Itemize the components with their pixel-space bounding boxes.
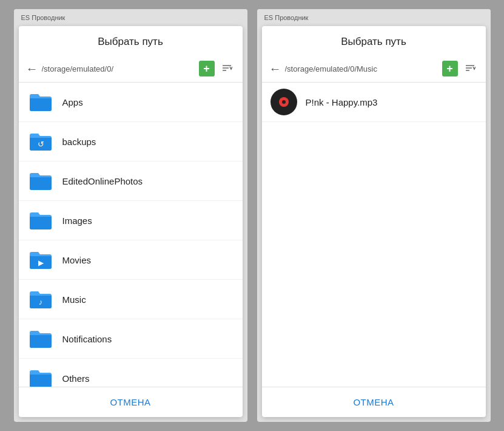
svg-text:♪: ♪	[38, 297, 42, 307]
list-item[interactable]: ▶ Movies	[19, 240, 243, 280]
list-item[interactable]: Others	[19, 359, 243, 387]
right-sort-button[interactable]	[462, 60, 479, 77]
folder-name: Apps	[62, 97, 83, 107]
list-item[interactable]: EditedOnlinePhotos	[19, 161, 243, 201]
left-path-text: /storage/emulated/0/	[42, 64, 195, 73]
folder-name: Others	[62, 373, 90, 384]
left-sort-button[interactable]	[218, 60, 235, 77]
folder-name: backups	[62, 137, 96, 147]
list-item[interactable]: P!nk - Happy.mp3	[262, 83, 486, 122]
left-status-bar: ES Проводник	[14, 9, 247, 26]
right-dialog: Выбрать путь ← /storage/emulated/0/Music…	[262, 26, 486, 417]
left-dialog: Выбрать путь ← /storage/emulated/0/ +	[19, 26, 243, 417]
right-path-bar: ← /storage/emulated/0/Music +	[262, 55, 486, 83]
right-device-frame: ES Проводник Выбрать путь ← /storage/emu…	[257, 9, 491, 422]
folder-icon	[27, 168, 54, 194]
folder-icon	[27, 207, 54, 234]
file-name: P!nk - Happy.mp3	[306, 97, 378, 107]
left-dialog-title: Выбрать путь	[19, 26, 243, 55]
folder-icon	[27, 89, 54, 115]
left-file-list: Apps ↺ backups	[19, 83, 243, 387]
right-file-list: P!nk - Happy.mp3	[262, 83, 486, 387]
music-file-icon	[270, 89, 297, 115]
svg-text:↺: ↺	[37, 140, 44, 149]
sort-icon	[465, 63, 475, 74]
right-path-text: /storage/emulated/0/Music	[285, 64, 438, 73]
left-cancel-button[interactable]: Отмена	[98, 393, 163, 411]
svg-text:▶: ▶	[38, 259, 44, 267]
sort-icon	[221, 63, 232, 74]
right-dialog-footer: Отмена	[262, 387, 486, 417]
folder-icon	[27, 365, 54, 387]
right-add-button[interactable]: +	[442, 61, 458, 76]
list-item[interactable]: Images	[19, 201, 243, 240]
left-path-bar: ← /storage/emulated/0/ +	[19, 55, 243, 83]
right-status-text: ES Проводник	[264, 14, 309, 21]
list-item[interactable]: ↺ backups	[19, 122, 243, 161]
left-device-frame: ES Проводник Выбрать путь ← /storage/emu…	[14, 9, 247, 422]
folder-icon: ▶	[27, 246, 54, 273]
right-status-bar: ES Проводник	[257, 9, 491, 26]
folder-name: Notifications	[62, 334, 112, 344]
list-item[interactable]: Apps	[19, 83, 243, 122]
folder-icon	[27, 325, 54, 352]
right-dialog-title: Выбрать путь	[262, 26, 486, 55]
folder-name: Images	[62, 216, 92, 226]
left-add-button[interactable]: +	[199, 61, 215, 76]
folder-icon: ↺	[27, 128, 54, 155]
list-item[interactable]: Notifications	[19, 319, 243, 359]
folder-icon: ♪	[27, 286, 54, 313]
left-dialog-footer: Отмена	[19, 387, 243, 417]
folder-name: EditedOnlinePhotos	[62, 176, 143, 186]
list-item[interactable]: ♪ Music	[19, 280, 243, 319]
folder-name: Movies	[62, 255, 92, 265]
folder-name: Music	[62, 294, 86, 305]
left-status-text: ES Проводник	[21, 14, 66, 21]
left-back-button[interactable]: ←	[26, 62, 38, 76]
right-cancel-button[interactable]: Отмена	[341, 393, 406, 411]
right-back-button[interactable]: ←	[269, 62, 281, 76]
